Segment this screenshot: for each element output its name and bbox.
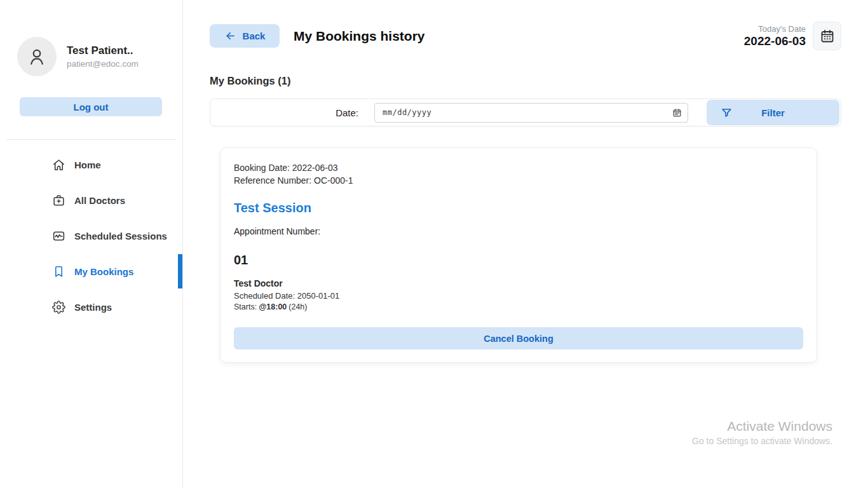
date-picker-icon[interactable] bbox=[672, 108, 682, 118]
doctor-name: Test Doctor bbox=[234, 278, 803, 288]
scheduled-date-line: Scheduled Date: 2050-01-01 bbox=[234, 291, 803, 301]
sidebar-nav: Home All Doctors Scheduled Sessions bbox=[0, 147, 182, 325]
home-icon bbox=[52, 158, 65, 172]
calendar-icon bbox=[820, 29, 835, 44]
sidebar-item-my-bookings[interactable]: My Bookings bbox=[0, 254, 182, 289]
todays-date-block: Today's Date 2022-06-03 bbox=[744, 24, 806, 48]
medical-bag-icon bbox=[52, 194, 65, 207]
profile-name: Test Patient.. bbox=[67, 44, 139, 57]
cancel-booking-button[interactable]: Cancel Booking bbox=[234, 327, 803, 349]
windows-activation-watermark: Activate Windows Go to Settings to activ… bbox=[692, 419, 832, 446]
sidebar: Test Patient.. patient@edoc.com Log out … bbox=[0, 0, 183, 488]
todays-date-value: 2022-06-03 bbox=[744, 34, 806, 48]
session-name-link[interactable]: Test Session bbox=[234, 201, 803, 215]
profile-section: Test Patient.. patient@edoc.com bbox=[17, 37, 182, 76]
back-button[interactable]: Back bbox=[210, 24, 280, 48]
sidebar-item-label: All Doctors bbox=[74, 195, 125, 206]
page-header: Back My Bookings history Today's Date 20… bbox=[210, 22, 841, 50]
booking-date-line: Booking Date: 2022-06-03 bbox=[234, 161, 803, 174]
sidebar-item-home[interactable]: Home bbox=[0, 147, 182, 182]
person-icon bbox=[26, 46, 48, 67]
sidebar-item-label: Home bbox=[74, 159, 101, 170]
filter-button-label: Filter bbox=[761, 107, 785, 118]
filter-button[interactable]: Filter bbox=[707, 100, 839, 125]
bookmark-icon bbox=[52, 265, 65, 278]
appointment-number-value: 01 bbox=[234, 253, 803, 268]
back-button-label: Back bbox=[243, 30, 266, 41]
main-content: Back My Bookings history Today's Date 20… bbox=[183, 0, 868, 488]
profile-text: Test Patient.. patient@edoc.com bbox=[67, 44, 139, 69]
section-title: My Bookings (1) bbox=[210, 75, 841, 87]
date-filter-label: Date: bbox=[336, 107, 358, 118]
sessions-chart-icon bbox=[52, 229, 65, 243]
date-input-wrap bbox=[374, 103, 688, 123]
starts-time: @18:00 bbox=[259, 302, 287, 311]
sidebar-item-settings[interactable]: Settings bbox=[0, 289, 182, 325]
avatar bbox=[17, 37, 57, 76]
funnel-icon bbox=[721, 107, 733, 119]
filter-bar: Date: Filter bbox=[210, 98, 841, 126]
sidebar-item-label: Scheduled Sessions bbox=[74, 231, 167, 241]
page-title: My Bookings history bbox=[294, 29, 425, 44]
calendar-button[interactable] bbox=[813, 22, 841, 50]
arrow-left-icon bbox=[224, 30, 236, 42]
active-nav-indicator bbox=[178, 254, 182, 288]
starts-format: (24h) bbox=[288, 302, 307, 311]
starts-label: Starts: bbox=[234, 302, 257, 311]
sidebar-item-label: My Bookings bbox=[74, 266, 133, 277]
reference-number-line: Reference Number: OC-000-1 bbox=[234, 174, 803, 187]
gear-icon bbox=[52, 301, 65, 314]
starts-line: Starts:@18:00(24h) bbox=[234, 302, 803, 311]
watermark-subtitle: Go to Settings to activate Windows. bbox=[692, 436, 832, 446]
date-input[interactable] bbox=[374, 103, 688, 123]
logout-button[interactable]: Log out bbox=[20, 97, 162, 116]
sidebar-item-scheduled-sessions[interactable]: Scheduled Sessions bbox=[0, 218, 182, 254]
booking-card: Booking Date: 2022-06-03 Reference Numbe… bbox=[220, 147, 817, 363]
sidebar-item-label: Settings bbox=[74, 302, 112, 313]
appointment-number-label: Appointment Number: bbox=[234, 226, 803, 236]
watermark-title: Activate Windows bbox=[692, 419, 832, 434]
profile-email: patient@edoc.com bbox=[67, 59, 139, 69]
todays-date-label: Today's Date bbox=[744, 24, 806, 34]
sidebar-divider bbox=[6, 139, 176, 140]
sidebar-item-all-doctors[interactable]: All Doctors bbox=[0, 182, 182, 218]
